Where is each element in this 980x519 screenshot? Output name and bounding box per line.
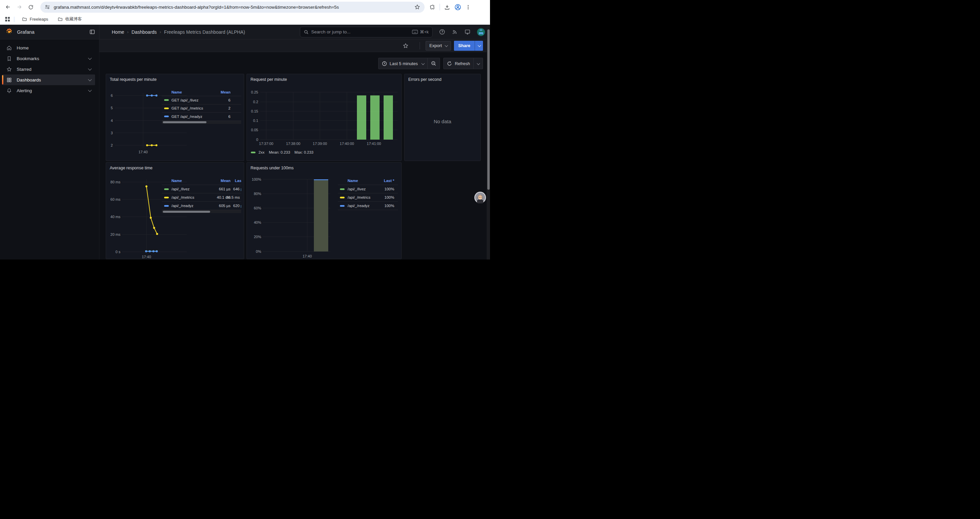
search-input[interactable]: Search or jump to... ⌘+k xyxy=(300,27,433,37)
bookmark-star-icon[interactable] xyxy=(414,4,420,10)
legend-value: 100% xyxy=(338,187,394,191)
chevron-down-icon[interactable] xyxy=(88,56,92,60)
time-controls: Last 5 minutes Refresh xyxy=(378,58,483,69)
breadcrumb: Home›Dashboards›Freeleaps Metrics Dashbo… xyxy=(112,29,245,35)
svg-text:60%: 60% xyxy=(254,206,261,210)
refresh-interval-dropdown[interactable] xyxy=(474,58,483,69)
sidebar-item-dashboards[interactable]: Dashboards xyxy=(2,75,95,85)
legend-row[interactable]: GET /api/_/readyz6 xyxy=(162,112,241,121)
breadcrumb-item[interactable]: Home xyxy=(112,29,124,35)
zoom-out-button[interactable] xyxy=(428,58,440,69)
home-icon xyxy=(6,45,12,51)
browser-bookmarks-bar: Freeleaps收藏博客 xyxy=(0,14,490,25)
search-shortcut: ⌘+k xyxy=(412,29,429,34)
legend-scrollbar-thumb[interactable] xyxy=(163,121,207,123)
refresh-label: Refresh xyxy=(455,61,470,66)
chevron-down-icon[interactable] xyxy=(88,77,92,81)
chevron-down-icon[interactable] xyxy=(88,67,92,70)
rss-icon[interactable] xyxy=(452,29,458,35)
sidebar-item-label: Alerting xyxy=(17,88,32,93)
legend-row[interactable]: /api/_/livez100% xyxy=(338,185,398,193)
page-scrollbar[interactable] xyxy=(487,25,490,260)
svg-text:0.2: 0.2 xyxy=(253,100,258,104)
panel-toggle-icon xyxy=(89,29,95,35)
grafana-app: Grafana Home›Dashboards›Freeleaps Metric… xyxy=(0,25,490,260)
legend-row[interactable]: GET /api/_/livez6 xyxy=(162,96,241,104)
apps-grid-icon[interactable] xyxy=(5,16,10,22)
url-text: grafana.mathmast.com/d/deytv4rwavabkb/fr… xyxy=(54,5,414,10)
legend-value: 646 µs xyxy=(233,187,241,191)
legend-scrollbar[interactable] xyxy=(162,210,241,213)
legend-column-header[interactable]: Last * xyxy=(235,179,241,183)
menu-dots-icon[interactable] xyxy=(465,4,471,10)
bookmark-icon xyxy=(6,56,12,61)
sidebar-item-starred[interactable]: Starred xyxy=(2,64,95,75)
chevron-down-icon[interactable] xyxy=(88,88,92,92)
bookmark-folder[interactable]: 收藏博客 xyxy=(54,15,85,23)
legend-column-header[interactable]: Last * xyxy=(338,179,394,183)
monitor-icon[interactable] xyxy=(464,29,471,35)
breadcrumb-item[interactable]: Dashboards xyxy=(131,29,157,35)
panel-title[interactable]: Average response time xyxy=(110,166,153,170)
legend-series-name[interactable]: 2xx xyxy=(259,150,264,154)
grid-icon xyxy=(6,77,12,83)
legend-mean: Mean: 0.233 xyxy=(269,150,290,154)
panel-title[interactable]: Total requests per minute xyxy=(110,77,156,82)
panel-title[interactable]: Request per minute xyxy=(250,77,287,82)
profile-icon[interactable] xyxy=(454,4,461,11)
legend-row[interactable]: /api/_/readyz605 µs620 µs xyxy=(162,201,241,210)
downloads-icon[interactable] xyxy=(444,4,450,10)
extensions-icon[interactable] xyxy=(429,4,436,10)
user-avatar[interactable] xyxy=(477,28,485,36)
folder-icon xyxy=(22,17,27,22)
panel-legend[interactable]: 2xxMean: 0.233Max: 0.233 xyxy=(251,150,313,154)
scrollbar-thumb[interactable] xyxy=(487,29,490,190)
url-bar[interactable]: grafana.mathmast.com/d/deytv4rwavabkb/fr… xyxy=(40,2,425,13)
forward-button[interactable] xyxy=(14,2,25,13)
reload-button[interactable] xyxy=(25,2,37,13)
panel-total-requests-per-minute: Total requests per minute 6543217:40 Nam… xyxy=(106,74,244,161)
svg-text:17:39:00: 17:39:00 xyxy=(313,142,327,145)
refresh-button[interactable]: Refresh xyxy=(444,58,473,69)
time-range-picker[interactable]: Last 5 minutes xyxy=(379,58,428,69)
help-icon[interactable] xyxy=(439,29,445,35)
floating-assistant-avatar[interactable] xyxy=(474,192,486,203)
dashboard-canvas: Last 5 minutes Refresh xyxy=(99,52,490,260)
legend-row[interactable]: /api/_/metrics100% xyxy=(338,193,398,201)
svg-text:20 ms: 20 ms xyxy=(110,232,121,236)
panel-title[interactable]: Requests under 100ms xyxy=(250,166,294,170)
share-button[interactable]: Share xyxy=(454,41,475,51)
panel-title[interactable]: Errors per second xyxy=(408,77,441,82)
sidebar-item-bookmarks[interactable]: Bookmarks xyxy=(2,53,95,64)
legend-row[interactable]: /api/_/readyz100% xyxy=(338,201,398,210)
sidebar-item-alerting[interactable]: Alerting xyxy=(2,85,95,96)
legend-column-header[interactable]: Mean xyxy=(162,90,231,94)
svg-text:40%: 40% xyxy=(254,220,261,224)
legend-row[interactable]: /api/_/livez661 µs646 µs xyxy=(162,185,241,193)
sidebar-item-home[interactable]: Home xyxy=(2,42,95,53)
header-actions: Search or jump to... ⌘+k xyxy=(300,27,490,37)
site-settings-icon[interactable] xyxy=(45,4,50,10)
chevron-down-icon xyxy=(422,61,425,65)
panel-legend: NameLast */api/_/livez100%/api/_/metrics… xyxy=(338,178,398,210)
legend-scrollbar[interactable] xyxy=(162,121,241,124)
back-button[interactable] xyxy=(2,2,14,13)
share-dropdown-button[interactable] xyxy=(475,41,483,51)
sidebar-toggle-button[interactable] xyxy=(89,29,95,35)
legend-row[interactable]: /api/_/metrics40.1 ms20.5 ms xyxy=(162,193,241,201)
legend-scrollbar-thumb[interactable] xyxy=(163,211,210,213)
grafana-logo[interactable] xyxy=(5,28,13,36)
reload-icon xyxy=(28,4,34,10)
legend-column-header[interactable]: Mean xyxy=(162,179,231,183)
bookmark-folder[interactable]: Freeleaps xyxy=(19,15,52,23)
back-icon xyxy=(5,4,11,10)
favorite-star-icon[interactable] xyxy=(402,43,409,49)
user-avatar-image xyxy=(477,28,485,36)
svg-text:0 s: 0 s xyxy=(115,250,121,254)
clock-icon xyxy=(382,61,387,66)
brand-label[interactable]: Grafana xyxy=(17,29,34,35)
export-button[interactable]: Export xyxy=(426,41,451,50)
legend-row[interactable]: GET /api/_/metrics2 xyxy=(162,104,241,113)
search-icon xyxy=(304,30,309,34)
svg-text:17:41:00: 17:41:00 xyxy=(367,142,381,145)
